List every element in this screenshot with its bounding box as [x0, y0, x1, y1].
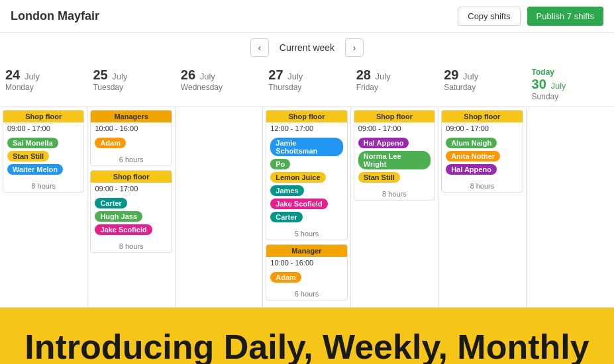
shift-department: Managers — [91, 111, 171, 122]
chevron-right-icon: › — [353, 42, 356, 53]
shift-time: 09:00 - 17:00 — [442, 122, 522, 134]
shift-hours: 8 hours — [442, 180, 522, 192]
day-name: Monday — [5, 83, 82, 92]
staff-tag: James — [270, 185, 303, 196]
shift-time: 10:00 - 16:00 — [91, 122, 171, 134]
day-num: 24 — [5, 68, 20, 82]
day-month: July — [200, 71, 215, 81]
day-header-4: 28 July Friday — [351, 65, 438, 104]
staff-tag: Alum Naigh — [446, 138, 497, 148]
banner: Introducing Daily, Weekly, Monthly views — [0, 308, 614, 364]
day-cell-3: Shop floor 12:00 - 17:00 Jamie Schottsma… — [263, 107, 350, 307]
shift-staff: Hal AppenoNorma Lee WrightStan Still — [354, 134, 435, 188]
day-cell-1: Managers 10:00 - 16:00 Adam 6 hours Shop… — [87, 107, 175, 307]
shift-block[interactable]: Manager 10:00 - 16:00 Adam 6 hours — [266, 244, 347, 300]
day-name: Thursday — [268, 83, 345, 92]
current-week-label: Current week — [280, 42, 334, 53]
staff-tag: Adam — [95, 138, 126, 148]
staff-tag: Stan Still — [7, 151, 49, 161]
shift-block[interactable]: Shop floor 09:00 - 17:00 Alum NaighAnita… — [441, 110, 523, 193]
staff-tag: Carter — [95, 198, 127, 208]
shift-time: 10:00 - 16:00 — [266, 257, 346, 269]
prev-week-button[interactable]: ‹ — [250, 38, 269, 57]
copy-shifts-button[interactable]: Copy shifts — [458, 7, 520, 26]
day-cell-6 — [527, 107, 614, 307]
day-num: 29 — [444, 68, 458, 82]
staff-tag: Hal Appeno — [358, 138, 409, 148]
chevron-left-icon: ‹ — [258, 42, 262, 53]
day-cell-0: Shop floor 09:00 - 17:00 Sai MonellaStan… — [0, 107, 87, 307]
shift-block[interactable]: Managers 10:00 - 16:00 Adam 6 hours — [90, 110, 172, 166]
day-cell-4: Shop floor 09:00 - 17:00 Hal AppenoNorma… — [351, 107, 438, 307]
staff-tag: Lemon Juice — [270, 172, 325, 183]
days-header: 24 July Monday25 July Tuesday26 July Wed… — [0, 62, 614, 107]
shift-staff: Adam — [266, 269, 346, 288]
shift-department: Shop floor — [442, 111, 522, 122]
staff-tag: Jake Scofield — [270, 199, 327, 209]
day-name: Saturday — [444, 83, 521, 92]
staff-tag: Adam — [270, 272, 301, 283]
today-label: Today — [532, 68, 609, 77]
staff-tag: Carter — [270, 212, 302, 222]
banner-text: Introducing Daily, Weekly, Monthly views — [13, 328, 601, 364]
staff-tag: Sai Monella — [7, 138, 58, 148]
staff-tag: Anita Nother — [446, 151, 500, 161]
shift-staff: Adam — [91, 134, 171, 154]
day-name: Tuesday — [93, 83, 170, 92]
shift-block[interactable]: Shop floor 09:00 - 17:00 CarterHugh Jass… — [90, 170, 172, 253]
app-title: London Mayfair — [11, 9, 99, 23]
shift-time: 12:00 - 17:00 — [266, 122, 346, 134]
day-num: 28 — [356, 68, 371, 82]
staff-tag: Jamie Schottsman — [270, 138, 342, 156]
day-cell-5: Shop floor 09:00 - 17:00 Alum NaighAnita… — [438, 107, 526, 307]
header-actions: Copy shifts Publish 7 shifts — [458, 7, 603, 26]
day-month: July — [376, 71, 391, 81]
shift-block[interactable]: Shop floor 09:00 - 17:00 Sai MonellaStan… — [3, 110, 84, 193]
day-month: July — [550, 81, 566, 91]
shift-department: Shop floor — [354, 111, 435, 122]
shift-department: Manager — [266, 245, 346, 257]
shift-hours: 5 hours — [266, 228, 346, 240]
shift-hours: 8 hours — [354, 188, 435, 200]
shift-block[interactable]: Shop floor 12:00 - 17:00 Jamie Schottsma… — [266, 110, 347, 240]
day-num: 30 — [532, 77, 546, 91]
day-header-0: 24 July Monday — [0, 65, 87, 104]
day-header-5: 29 July Saturday — [438, 65, 526, 104]
day-month: July — [25, 71, 40, 81]
shift-staff: Jamie SchottsmanPoLemon JuiceJamesJake S… — [266, 134, 346, 228]
shift-hours: 8 hours — [3, 180, 83, 192]
shift-hours: 6 hours — [266, 288, 346, 300]
staff-tag: Norma Lee Wright — [358, 151, 431, 169]
shift-hours: 6 hours — [91, 154, 171, 165]
day-num: 27 — [268, 68, 283, 82]
day-month: July — [112, 71, 127, 81]
staff-tag: Po — [270, 159, 290, 169]
shift-department: Shop floor — [266, 111, 346, 122]
week-nav: ‹ Current week › — [0, 33, 614, 62]
shift-department: Shop floor — [3, 111, 83, 122]
staff-tag: Hugh Jass — [95, 211, 142, 222]
next-week-button[interactable]: › — [345, 38, 364, 57]
shift-hours: 8 hours — [91, 240, 171, 252]
day-header-1: 25 July Tuesday — [87, 65, 175, 104]
shift-staff: CarterHugh JassJake Scofield — [91, 195, 171, 240]
shift-department: Shop floor — [91, 171, 171, 183]
day-cell-2 — [176, 107, 263, 307]
app-header: London Mayfair Copy shifts Publish 7 shi… — [0, 0, 614, 33]
shift-time: 09:00 - 17:00 — [3, 122, 83, 134]
shift-staff: Sai MonellaStan StillWaiter Melon — [3, 134, 83, 180]
shift-staff: Alum NaighAnita NotherHal Appeno — [442, 134, 522, 180]
day-header-2: 26 July Wednesday — [176, 65, 263, 104]
day-num: 26 — [181, 68, 195, 82]
day-name: Friday — [356, 83, 433, 92]
staff-tag: Waiter Melon — [7, 164, 63, 175]
day-month: July — [287, 71, 303, 81]
day-num: 25 — [93, 68, 107, 82]
staff-tag: Hal Appeno — [446, 164, 497, 175]
publish-shifts-button[interactable]: Publish 7 shifts — [527, 7, 603, 26]
staff-tag: Jake Scofield — [95, 224, 152, 235]
shift-time: 09:00 - 17:00 — [91, 183, 171, 195]
shift-block[interactable]: Shop floor 09:00 - 17:00 Hal AppenoNorma… — [354, 110, 435, 201]
day-name: Wednesday — [181, 83, 258, 92]
day-name: Sunday — [532, 92, 609, 101]
